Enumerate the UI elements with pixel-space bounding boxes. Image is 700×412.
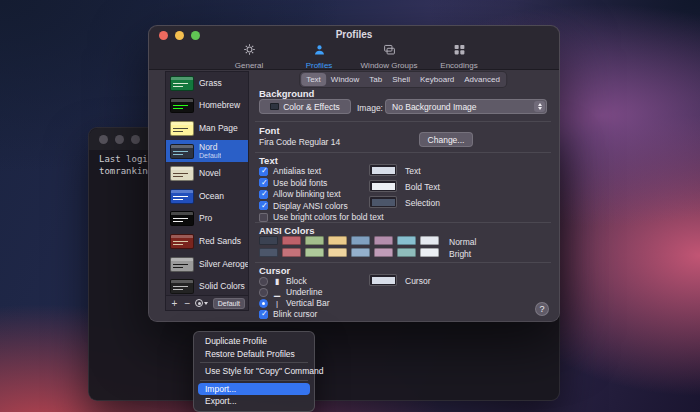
profile-name: Silver Aerogel xyxy=(199,260,248,269)
divider xyxy=(255,262,551,263)
ansi-swatch-bright-red[interactable] xyxy=(282,248,301,257)
terminal-close-button[interactable] xyxy=(99,135,108,144)
checkbox-icon[interactable] xyxy=(259,310,268,319)
checkbox-use-bold-fonts[interactable]: Use bold fonts xyxy=(259,178,327,188)
profile-name: Grass xyxy=(199,79,222,88)
bold-text-color-well[interactable] xyxy=(369,180,397,192)
ansi-section-title: ANSI Colors xyxy=(259,225,314,236)
ansi-swatch-bright-magenta[interactable] xyxy=(374,248,393,257)
checkbox-allow-blinking-text[interactable]: Allow blinking text xyxy=(259,189,341,199)
set-default-button[interactable]: Default xyxy=(213,298,245,309)
radio-cursor-block[interactable]: ▮ Block xyxy=(259,276,307,286)
tab-text[interactable]: Text xyxy=(301,73,326,86)
list-item-silver-aerogel[interactable]: Silver Aerogel xyxy=(166,253,248,276)
checkbox-display-ansi-colors[interactable]: Display ANSI colors xyxy=(259,201,348,211)
ansi-swatch-bright-cyan[interactable] xyxy=(397,248,416,257)
minimize-button[interactable] xyxy=(175,31,184,40)
text-color-label: Text xyxy=(405,166,421,176)
ansi-swatch-blue[interactable] xyxy=(351,236,370,245)
radio-icon[interactable] xyxy=(259,288,268,297)
ansi-swatch-black[interactable] xyxy=(259,236,278,245)
tab-advanced[interactable]: Advanced xyxy=(459,73,505,86)
checkbox-blink-cursor[interactable]: Blink cursor xyxy=(259,309,317,319)
terminal-minimize-button[interactable] xyxy=(115,135,124,144)
window-chrome: Profiles General Profiles Window Groups xyxy=(149,26,559,70)
selection-color-label: Selection xyxy=(405,198,440,208)
list-item-pro[interactable]: Pro xyxy=(166,208,248,231)
help-button[interactable]: ? xyxy=(535,302,549,316)
checkbox-icon[interactable] xyxy=(259,201,268,210)
window-groups-icon xyxy=(383,42,396,60)
menu-item-restore-default-profiles[interactable]: Restore Default Profiles xyxy=(198,348,310,361)
checkbox-bright-colors-bold[interactable]: Use bright colors for bold text xyxy=(259,212,384,222)
profile-action-menu-button[interactable] xyxy=(195,299,208,307)
ansi-swatch-yellow[interactable] xyxy=(328,236,347,245)
profile-default-badge: Default xyxy=(199,152,221,160)
ansi-bright-row xyxy=(259,248,439,257)
terminal-zoom-button[interactable] xyxy=(131,135,140,144)
profile-thumbnail xyxy=(170,76,194,91)
menu-item-duplicate-profile[interactable]: Duplicate Profile xyxy=(198,335,310,348)
cursor-color-well[interactable] xyxy=(369,274,397,286)
ansi-swatch-green[interactable] xyxy=(305,236,324,245)
toolbar-item-encodings[interactable]: Encodings xyxy=(431,41,487,70)
ansi-normal-label: Normal xyxy=(449,237,476,247)
zoom-button[interactable] xyxy=(191,31,200,40)
menu-item-use-style-for-copy[interactable]: Use Style for "Copy" Command xyxy=(198,365,310,378)
background-color-swatch xyxy=(270,103,279,110)
tab-keyboard[interactable]: Keyboard xyxy=(415,73,459,86)
radio-cursor-underline[interactable]: ▁ Underline xyxy=(259,287,322,297)
settings-pane: Text Window Tab Shell Keyboard Advanced … xyxy=(253,70,553,321)
list-item-grass[interactable]: Grass xyxy=(166,72,248,95)
background-image-dropdown[interactable]: No Background Image xyxy=(385,99,547,114)
radio-icon[interactable] xyxy=(259,299,268,308)
ansi-swatch-white[interactable] xyxy=(420,236,439,245)
titlebar[interactable]: Profiles xyxy=(149,26,559,42)
tab-tab[interactable]: Tab xyxy=(364,73,387,86)
menu-item-export[interactable]: Export... xyxy=(198,395,310,408)
selection-color-well[interactable] xyxy=(369,196,397,208)
list-item-man-page[interactable]: Man Page xyxy=(166,117,248,140)
toolbar-item-profiles[interactable]: Profiles xyxy=(291,41,347,70)
toolbar-item-general[interactable]: General xyxy=(221,41,277,70)
profile-name: Novel xyxy=(199,169,221,178)
color-effects-button[interactable]: Color & Effects xyxy=(259,99,351,114)
change-font-button[interactable]: Change... xyxy=(419,132,473,147)
font-section-title: Font xyxy=(259,125,280,136)
list-item-homebrew[interactable]: Homebrew xyxy=(166,95,248,118)
list-item-solid-colors[interactable]: Solid Colors xyxy=(166,275,248,295)
radio-cursor-vertical-bar[interactable]: | Vertical Bar xyxy=(259,298,329,308)
ansi-swatch-bright-white[interactable] xyxy=(420,248,439,257)
menu-item-import[interactable]: Import... xyxy=(198,383,310,396)
list-item-ocean[interactable]: Ocean xyxy=(166,185,248,208)
list-item-nord-selected[interactable]: Nord Default xyxy=(166,140,248,163)
checkbox-icon[interactable] xyxy=(259,190,268,199)
list-item-red-sands[interactable]: Red Sands xyxy=(166,230,248,253)
checkbox-icon[interactable] xyxy=(259,178,268,187)
checkbox-icon[interactable] xyxy=(259,213,268,222)
checkbox-antialias-text[interactable]: Antialias text xyxy=(259,166,321,176)
image-label: Image: xyxy=(357,103,383,113)
underline-cursor-icon: ▁ xyxy=(273,288,281,297)
profile-thumbnail xyxy=(170,166,194,181)
ansi-swatch-bright-black[interactable] xyxy=(259,248,278,257)
ansi-swatch-bright-blue[interactable] xyxy=(351,248,370,257)
ansi-swatch-bright-yellow[interactable] xyxy=(328,248,347,257)
ansi-swatch-magenta[interactable] xyxy=(374,236,393,245)
ansi-swatch-bright-green[interactable] xyxy=(305,248,324,257)
checkbox-icon[interactable] xyxy=(259,167,268,176)
toolbar-item-window-groups[interactable]: Window Groups xyxy=(361,41,417,70)
profile-thumbnail xyxy=(170,98,194,113)
ansi-swatch-cyan[interactable] xyxy=(397,236,416,245)
ansi-swatch-red[interactable] xyxy=(282,236,301,245)
remove-profile-button[interactable]: − xyxy=(182,297,193,310)
list-item-novel[interactable]: Novel xyxy=(166,162,248,185)
add-profile-button[interactable]: + xyxy=(169,297,180,310)
tab-window[interactable]: Window xyxy=(326,73,364,86)
menu-separator xyxy=(200,380,308,381)
tab-shell[interactable]: Shell xyxy=(387,73,415,86)
close-button[interactable] xyxy=(159,31,168,40)
text-section-title: Text xyxy=(259,155,278,166)
text-color-well[interactable] xyxy=(369,164,397,176)
radio-icon[interactable] xyxy=(259,277,268,286)
